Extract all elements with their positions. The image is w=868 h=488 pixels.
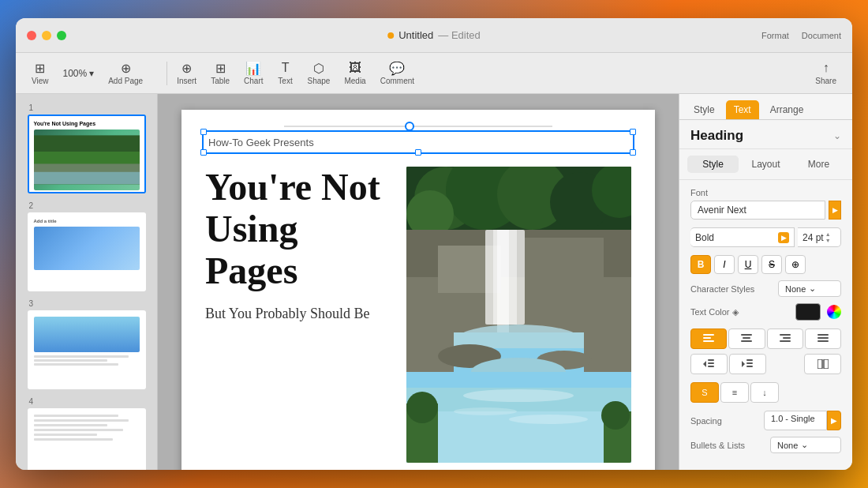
valign-s-button[interactable]: S (690, 382, 719, 403)
page-image[interactable] (406, 167, 631, 463)
svg-rect-50 (708, 362, 714, 364)
more-format-button[interactable]: ⊕ (785, 255, 806, 274)
list-item[interactable]: 4 (28, 397, 146, 470)
columns-button[interactable] (804, 354, 841, 374)
slide-thumbnail-1[interactable]: You're Not Using Pages (28, 114, 146, 193)
canvas-area[interactable]: How-To Geek Presents You're Not Using (158, 94, 679, 470)
bullets-field[interactable]: None ⌄ (770, 437, 841, 453)
align-justify-button[interactable] (805, 328, 841, 349)
text-button[interactable]: T Text (273, 58, 298, 88)
slide-number-2: 2 (28, 201, 146, 210)
toolbar-separator-1 (166, 62, 167, 85)
minimize-button[interactable] (42, 31, 51, 40)
valign-bottom-button[interactable]: ↓ (750, 382, 779, 403)
font-size-field[interactable]: 24 pt ▲ ▼ (798, 227, 841, 247)
subtab-layout[interactable]: Layout (740, 156, 791, 173)
document-label[interactable]: Document (802, 31, 841, 40)
fullscreen-button[interactable] (57, 31, 66, 40)
slide-2-image (34, 227, 140, 270)
chart-button[interactable]: 📊 Chart (239, 58, 268, 88)
share-button[interactable]: ↑ Share (810, 58, 841, 88)
svg-rect-45 (817, 334, 829, 336)
header-text-box[interactable]: How-To Geek Presents (202, 130, 634, 154)
svg-rect-54 (746, 362, 753, 364)
valign-row: S ≡ ↓ (690, 382, 841, 403)
header-region[interactable]: How-To Geek Presents (205, 126, 631, 157)
main-area: 1 You're Not Using Pages (16, 94, 852, 470)
align-right-button[interactable] (767, 328, 803, 349)
close-button[interactable] (27, 31, 36, 40)
slide-number-4: 4 (28, 397, 146, 406)
slide-thumbnail-3[interactable] (28, 310, 146, 389)
slide-3-lines (34, 355, 140, 366)
shape-icon: ⬡ (311, 61, 327, 75)
svg-rect-56 (817, 359, 822, 369)
spacing-field[interactable]: 1.0 - Single (764, 411, 827, 430)
insert-button[interactable]: ⊕ Insert (172, 58, 201, 88)
char-styles-label: Character Styles (690, 284, 754, 294)
align-left-button[interactable] (690, 328, 727, 349)
format-label[interactable]: Format (761, 31, 789, 40)
titlebar-right: Format Document (761, 31, 852, 40)
align-center-button[interactable] (728, 328, 765, 349)
strikethrough-button[interactable]: S (761, 255, 782, 274)
table-icon: ⊞ (212, 61, 228, 75)
font-name-field[interactable]: Avenir Next (690, 201, 825, 220)
table-button[interactable]: ⊞ Table (206, 58, 234, 88)
slide-thumbnail-2[interactable]: Add a title (28, 212, 146, 291)
media-icon: 🖼 (347, 61, 363, 75)
document-page[interactable]: How-To Geek Presents You're Not Using (181, 110, 655, 470)
slide-2-title: Add a title (34, 219, 140, 223)
comment-button[interactable]: 💬 Comment (376, 58, 419, 88)
align-row-1 (690, 328, 841, 349)
subtab-more[interactable]: More (793, 156, 844, 173)
slide-thumbnail-4[interactable] (28, 408, 146, 470)
toolbar-group-view: ⊞ View 100% ▾ ⊕ Add Page (27, 58, 148, 88)
underline-button[interactable]: U (738, 255, 758, 274)
subtab-style[interactable]: Style (687, 156, 739, 173)
shape-button[interactable]: ⬡ Shape (303, 58, 335, 88)
font-name-arrow[interactable]: ▶ (829, 201, 841, 220)
font-style-field[interactable]: Bold ▶ (690, 227, 795, 247)
list-item[interactable]: 2 Add a title (28, 201, 146, 291)
italic-button[interactable]: I (714, 255, 735, 274)
text-color-label: Text Color ◈ (690, 307, 789, 317)
text-color-swatch[interactable] (795, 303, 821, 321)
tab-text[interactable]: Text (726, 100, 759, 119)
list-item[interactable]: 3 (28, 299, 146, 389)
bullets-chevron-icon: ⌄ (801, 440, 808, 450)
spacing-arrow[interactable]: ▶ (827, 411, 841, 430)
svg-rect-19 (497, 230, 509, 332)
add-page-button[interactable]: ⊕ Add Page (103, 58, 148, 88)
add-page-icon: ⊕ (118, 61, 133, 75)
svg-rect-53 (746, 359, 753, 361)
slider-track[interactable] (284, 126, 552, 127)
slide-number-3: 3 (28, 299, 146, 308)
indent-increase-button[interactable] (729, 354, 766, 374)
char-styles-field[interactable]: None ⌄ (778, 280, 841, 297)
document-title: Untitled (398, 29, 433, 41)
svg-rect-57 (824, 359, 829, 369)
font-size-stepper[interactable]: ▲ ▼ (825, 231, 831, 243)
color-picker-icon[interactable] (827, 305, 841, 319)
media-button[interactable]: 🖼 Media (339, 58, 370, 88)
spacing-row: Spacing 1.0 - Single ▶ (690, 411, 841, 430)
indent-decrease-button[interactable] (690, 354, 728, 374)
page-subheading: But You Probably Should Be (205, 304, 397, 324)
bold-button[interactable]: B (690, 255, 711, 274)
share-icon: ↑ (818, 61, 834, 75)
chart-icon: 📊 (245, 61, 261, 75)
selection-handle-br (630, 149, 636, 156)
view-button[interactable]: ⊞ View (27, 58, 54, 88)
valign-middle-button[interactable]: ≡ (720, 382, 749, 403)
zoom-button[interactable]: 100% ▾ (58, 66, 99, 81)
tab-arrange[interactable]: Arrange (762, 100, 812, 119)
tab-style[interactable]: Style (686, 100, 723, 119)
svg-rect-40 (743, 337, 750, 339)
slide-number-1: 1 (28, 103, 146, 112)
svg-point-34 (406, 392, 438, 423)
media-label: Media (344, 77, 365, 85)
selection-handle-bl (200, 149, 207, 156)
section-title-text: Heading (690, 128, 743, 144)
list-item[interactable]: 1 You're Not Using Pages (28, 103, 146, 193)
